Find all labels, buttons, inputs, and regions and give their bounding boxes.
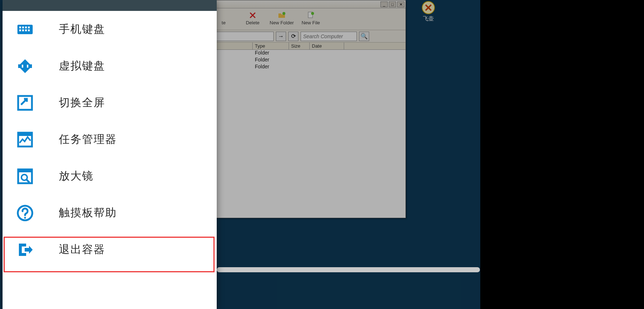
svg-rect-16: [28, 64, 32, 68]
svg-rect-6: [22, 27, 24, 28]
svg-rect-19: [18, 133, 32, 136]
svg-point-22: [21, 174, 27, 180]
svg-rect-9: [19, 29, 21, 31]
side-menu-topbar: [3, 0, 217, 11]
menu-item-touchpad-help[interactable]: 触摸板帮助: [3, 194, 217, 231]
menu-item-exit-container[interactable]: 退出容器: [3, 231, 217, 268]
magnifier-icon: [15, 166, 35, 186]
phone-keyboard-icon: [15, 20, 35, 39]
svg-point-25: [24, 217, 26, 218]
side-menu-panel: 手机键盘虚拟键盘切换全屏任务管理器放大镜触摸板帮助退出容器: [3, 0, 217, 309]
task-manager-icon: [15, 130, 35, 149]
menu-item-task-manager[interactable]: 任务管理器: [3, 121, 217, 158]
toggle-fullscreen-icon: [15, 93, 35, 113]
svg-rect-12: [28, 29, 30, 31]
menu-item-label: 切换全屏: [59, 95, 105, 110]
menu-item-label: 手机键盘: [59, 22, 105, 37]
svg-rect-8: [28, 27, 30, 28]
horizontal-scrollbar[interactable]: [217, 267, 480, 272]
touchpad-help-icon: [15, 203, 35, 223]
menu-item-virtual-keyboard[interactable]: 虚拟键盘: [3, 48, 217, 84]
svg-rect-7: [25, 27, 27, 28]
exit-container-icon: [15, 240, 35, 260]
svg-line-23: [27, 180, 29, 182]
svg-rect-15: [18, 64, 22, 68]
svg-rect-5: [19, 27, 21, 28]
menu-item-label: 退出容器: [59, 242, 105, 257]
svg-rect-21: [18, 169, 32, 172]
menu-item-toggle-fullscreen[interactable]: 切换全屏: [3, 84, 217, 121]
remote-desktop-stage: 飞壶 _ □ ✕ te Delete New F: [0, 0, 480, 309]
virtual-keyboard-icon: [15, 56, 35, 76]
menu-item-label: 触摸板帮助: [59, 205, 117, 220]
svg-rect-10: [22, 29, 24, 31]
pillarbox-right: [480, 0, 644, 309]
menu-item-label: 放大镜: [59, 169, 94, 184]
menu-item-magnifier[interactable]: 放大镜: [3, 158, 217, 194]
menu-item-label: 虚拟键盘: [59, 59, 105, 73]
menu-item-phone-keyboard[interactable]: 手机键盘: [3, 11, 217, 48]
svg-rect-11: [25, 29, 27, 31]
menu-item-label: 任务管理器: [59, 132, 117, 147]
